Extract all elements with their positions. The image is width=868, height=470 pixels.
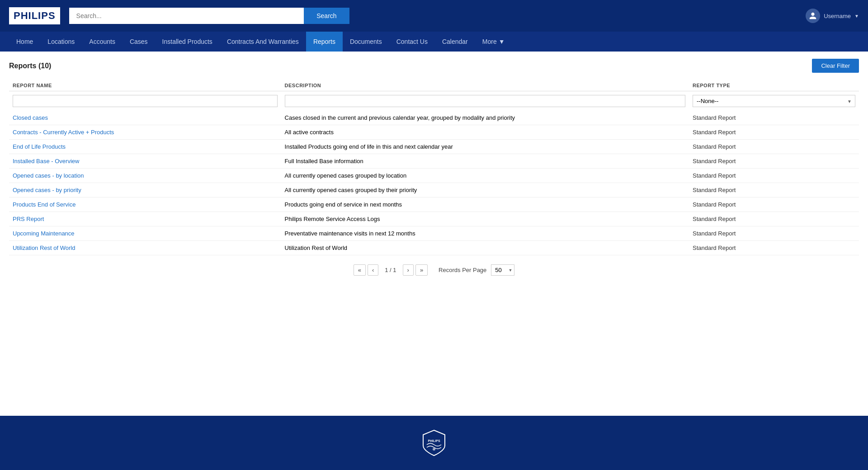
table-row: Upcoming Maintenance Preventative mainte… [9, 226, 859, 241]
cell-name-2: End of Life Products [9, 140, 281, 154]
cell-type-4: Standard Report [689, 169, 859, 183]
search-input[interactable] [69, 8, 304, 24]
pagination-first-button[interactable]: « [354, 264, 366, 276]
pagination-bar: « ‹ 1 / 1 › » Records Per Page 25 50 100… [9, 255, 859, 280]
filter-cell-type: --None-- Standard Report [689, 91, 859, 111]
cell-type-6: Standard Report [689, 197, 859, 212]
cell-desc-0: Cases closed in the current and previous… [281, 111, 689, 125]
report-name-link-1[interactable]: Contracts - Currently Active + Products [13, 129, 114, 136]
philips-shield-icon: PHILIPS [422, 429, 446, 456]
nav-item-documents[interactable]: Documents [343, 32, 389, 52]
filter-cell-desc [281, 91, 689, 111]
filter-row: --None-- Standard Report [9, 91, 859, 111]
col-header-name: REPORT NAME [9, 80, 281, 91]
user-name: Username [824, 13, 851, 19]
cell-type-3: Standard Report [689, 154, 859, 169]
filter-name-input[interactable] [13, 95, 278, 107]
logo: PHILIPS [9, 7, 60, 24]
col-header-description: DESCRIPTION [281, 80, 689, 91]
nav-item-contracts[interactable]: Contracts And Warranties [220, 32, 306, 52]
nav-item-accounts[interactable]: Accounts [82, 32, 123, 52]
cell-name-7: PRS Report [9, 212, 281, 226]
table-row: Opened cases - by location All currently… [9, 169, 859, 183]
cell-type-2: Standard Report [689, 140, 859, 154]
filter-type-select[interactable]: --None-- Standard Report [693, 95, 855, 107]
report-name-link-5[interactable]: Opened cases - by priority [13, 187, 81, 193]
cell-type-0: Standard Report [689, 111, 859, 125]
footer-logo: PHILIPS [422, 429, 446, 456]
pagination-last-button[interactable]: » [415, 264, 428, 276]
header: PHILIPS Search Username ▼ [0, 0, 868, 32]
nav-item-locations[interactable]: Locations [40, 32, 82, 52]
filter-type-wrapper: --None-- Standard Report [693, 95, 855, 107]
table-row: Contracts - Currently Active + Products … [9, 125, 859, 140]
filter-cell-name [9, 91, 281, 111]
cell-desc-6: Products going end of service in next mo… [281, 197, 689, 212]
table-row: PRS Report Philips Remote Service Access… [9, 212, 859, 226]
nav-item-installed-products[interactable]: Installed Products [155, 32, 220, 52]
table-row: End of Life Products Installed Products … [9, 140, 859, 154]
filter-desc-input[interactable] [285, 95, 685, 107]
search-button[interactable]: Search [304, 8, 349, 24]
pagination-next-button[interactable]: › [403, 264, 414, 276]
records-per-page-select[interactable]: 25 50 100 200 [491, 264, 514, 276]
cell-desc-5: All currently opened cases grouped by th… [281, 183, 689, 197]
report-name-link-4[interactable]: Opened cases - by location [13, 172, 84, 179]
user-icon [806, 9, 820, 23]
table-row: Utilization Rest of World Utilization Re… [9, 241, 859, 255]
nav-item-home[interactable]: Home [9, 32, 40, 52]
records-per-page-wrapper: 25 50 100 200 [488, 264, 514, 276]
report-name-link-9[interactable]: Utilization Rest of World [13, 244, 75, 251]
records-per-page-label: Records Per Page [439, 267, 486, 273]
table-row: Closed cases Cases closed in the current… [9, 111, 859, 125]
table-row: Opened cases - by priority All currently… [9, 183, 859, 197]
cell-desc-1: All active contracts [281, 125, 689, 140]
search-bar: Search [69, 8, 349, 24]
cell-name-3: Installed Base - Overview [9, 154, 281, 169]
user-area[interactable]: Username ▼ [806, 9, 859, 23]
nav-item-more[interactable]: More ▼ [475, 32, 512, 52]
cell-name-9: Utilization Rest of World [9, 241, 281, 255]
table-body: Closed cases Cases closed in the current… [9, 111, 859, 255]
cell-type-1: Standard Report [689, 125, 859, 140]
clear-filter-button[interactable]: Clear Filter [812, 59, 859, 73]
svg-point-1 [433, 448, 435, 451]
nav-item-reports[interactable]: Reports [306, 32, 343, 52]
report-name-link-6[interactable]: Products End of Service [13, 201, 75, 208]
footer: PHILIPS [0, 416, 868, 470]
pagination-prev-button[interactable]: ‹ [368, 264, 378, 276]
nav-item-contact-us[interactable]: Contact Us [389, 32, 435, 52]
main-content: Reports (10) Clear Filter REPORT NAME DE… [0, 52, 868, 416]
cell-name-4: Opened cases - by location [9, 169, 281, 183]
report-name-link-7[interactable]: PRS Report [13, 216, 44, 222]
report-name-link-2[interactable]: End of Life Products [13, 143, 66, 150]
report-name-link-3[interactable]: Installed Base - Overview [13, 158, 79, 164]
nav-item-cases[interactable]: Cases [123, 32, 155, 52]
cell-name-1: Contracts - Currently Active + Products [9, 125, 281, 140]
pagination-info: 1 / 1 [380, 265, 401, 275]
col-header-type: REPORT TYPE [689, 80, 859, 91]
more-chevron-icon: ▼ [499, 38, 505, 45]
cell-desc-9: Utilization Rest of World [281, 241, 689, 255]
logo-text: PHILIPS [14, 10, 56, 22]
svg-text:PHILIPS: PHILIPS [428, 439, 440, 442]
table-row: Installed Base - Overview Full Installed… [9, 154, 859, 169]
report-name-link-0[interactable]: Closed cases [13, 114, 48, 121]
report-name-link-8[interactable]: Upcoming Maintenance [13, 230, 75, 237]
nav: Home Locations Accounts Cases Installed … [0, 32, 868, 52]
cell-type-8: Standard Report [689, 226, 859, 241]
cell-desc-3: Full Installed Base information [281, 154, 689, 169]
reports-table: REPORT NAME DESCRIPTION REPORT TYPE --No… [9, 80, 859, 255]
page-title: Reports (10) [9, 62, 51, 70]
page-header: Reports (10) Clear Filter [9, 59, 859, 73]
cell-type-7: Standard Report [689, 212, 859, 226]
cell-desc-8: Preventative maintenance visits in next … [281, 226, 689, 241]
cell-desc-2: Installed Products going end of life in … [281, 140, 689, 154]
cell-name-0: Closed cases [9, 111, 281, 125]
nav-item-calendar[interactable]: Calendar [435, 32, 475, 52]
cell-type-9: Standard Report [689, 241, 859, 255]
cell-name-5: Opened cases - by priority [9, 183, 281, 197]
table-row: Products End of Service Products going e… [9, 197, 859, 212]
cell-name-8: Upcoming Maintenance [9, 226, 281, 241]
table-header-row: REPORT NAME DESCRIPTION REPORT TYPE [9, 80, 859, 91]
